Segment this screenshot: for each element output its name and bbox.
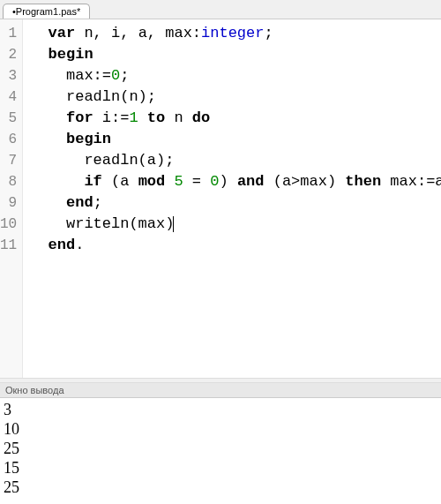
code-editor[interactable]: var n, i, a, max:integer; begin max:=0; … [23, 19, 441, 378]
line-number: 5 [0, 108, 17, 129]
line-number: 2 [0, 44, 17, 65]
output-line: 25 [4, 478, 437, 497]
text-cursor [173, 216, 174, 232]
output-panel-header: Окно вывода [0, 383, 441, 398]
file-tab[interactable]: •Program1.pas* [3, 4, 90, 19]
output-line: 3 [4, 400, 437, 419]
code-line[interactable]: end. [30, 235, 441, 256]
line-number: 4 [0, 87, 17, 108]
code-line[interactable]: begin [30, 44, 441, 65]
editor-area: 1234567891011 var n, i, a, max:integer; … [0, 19, 441, 378]
output-panel[interactable]: 310251525 [0, 398, 441, 504]
code-line[interactable]: max:=0; [30, 65, 441, 87]
code-line[interactable]: readln(n); [30, 87, 441, 108]
output-line: 10 [4, 419, 437, 439]
output-line: 15 [4, 458, 437, 478]
line-number: 8 [0, 171, 17, 192]
code-line[interactable]: end; [30, 192, 441, 214]
code-line[interactable]: writeln(max) [30, 214, 441, 235]
line-number-gutter: 1234567891011 [0, 19, 23, 378]
line-number: 10 [0, 214, 17, 235]
code-line[interactable]: begin [30, 129, 441, 150]
output-line: 25 [4, 439, 437, 458]
code-line[interactable]: readln(a); [30, 150, 441, 171]
line-number: 6 [0, 129, 17, 150]
code-line[interactable]: var n, i, a, max:integer; [30, 23, 441, 44]
line-number: 3 [0, 65, 17, 87]
line-number: 11 [0, 235, 17, 256]
line-number: 7 [0, 150, 17, 171]
tab-bar: •Program1.pas* [0, 0, 441, 19]
line-number: 1 [0, 23, 17, 44]
code-line[interactable]: for i:=1 to n do [30, 108, 441, 129]
line-number: 9 [0, 192, 17, 214]
code-line[interactable]: if (a mod 5 = 0) and (a>max) then max:=a… [30, 171, 441, 192]
